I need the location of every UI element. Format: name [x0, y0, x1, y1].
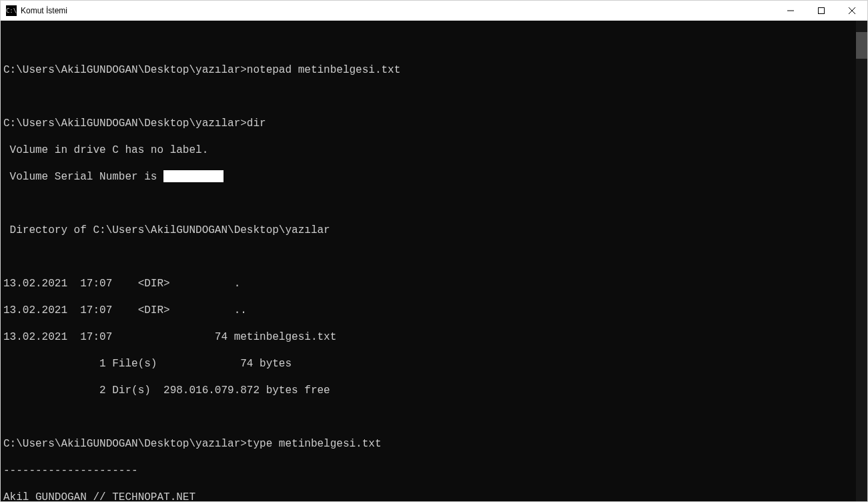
dir-summary: 1 File(s) 74 bytes [3, 357, 856, 370]
serial-prefix: Volume Serial Number is [3, 171, 163, 183]
terminal-line [3, 37, 856, 50]
terminal-content[interactable]: C:\Users\AkilGUNDOGAN\Desktop\yazılar>no… [1, 21, 856, 501]
dir-summary: 2 Dir(s) 298.016.079.872 bytes free [3, 384, 856, 397]
minimize-icon [787, 7, 794, 14]
terminal-line: C:\Users\AkilGUNDOGAN\Desktop\yazılar>ty… [3, 437, 856, 451]
command-text: notepad metinbelgesi.txt [247, 64, 400, 76]
command-text: dir [247, 117, 266, 130]
output-line: Directory of C:\Users\AkilGUNDOGAN\Deskt… [3, 224, 856, 237]
scrollbar-thumb[interactable] [856, 32, 867, 59]
close-icon [849, 7, 855, 14]
terminal-line [3, 197, 856, 210]
terminal-line [3, 90, 856, 103]
window-controls [775, 1, 867, 20]
terminal-line: C:\Users\AkilGUNDOGAN\Desktop\yazılar>di… [3, 117, 856, 130]
window-titlebar: C:\ Komut İstemi [1, 1, 867, 21]
window-title: Komut İstemi [21, 6, 775, 15]
prompt: C:\Users\AkilGUNDOGAN\Desktop\yazılar> [3, 64, 247, 76]
dir-entry: 13.02.2021 17:07 <DIR> .. [3, 304, 856, 317]
dir-entry: 13.02.2021 17:07 <DIR> . [3, 277, 856, 290]
terminal-line [3, 250, 856, 264]
terminal-line [3, 411, 856, 424]
output-line: Volume in drive C has no label. [3, 144, 856, 157]
app-icon: C:\ [6, 5, 17, 16]
redacted-serial [163, 170, 224, 182]
prompt: C:\Users\AkilGUNDOGAN\Desktop\yazılar> [3, 438, 247, 450]
maximize-button[interactable] [806, 1, 837, 20]
terminal-line: C:\Users\AkilGUNDOGAN\Desktop\yazılar>no… [3, 63, 856, 77]
output-line: Akil GUNDOGAN // TECHNOPAT.NET [3, 491, 856, 501]
close-button[interactable] [837, 1, 867, 20]
output-line: Volume Serial Number is [3, 170, 856, 184]
output-line: --------------------- [3, 464, 856, 477]
prompt: C:\Users\AkilGUNDOGAN\Desktop\yazılar> [3, 117, 247, 130]
svg-rect-1 [819, 7, 825, 13]
maximize-icon [818, 7, 825, 14]
vertical-scrollbar[interactable] [856, 21, 867, 501]
command-text: type metinbelgesi.txt [247, 438, 382, 450]
terminal-area[interactable]: C:\Users\AkilGUNDOGAN\Desktop\yazılar>no… [1, 21, 867, 501]
dir-entry: 13.02.2021 17:07 74 metinbelgesi.txt [3, 330, 856, 344]
minimize-button[interactable] [775, 1, 806, 20]
